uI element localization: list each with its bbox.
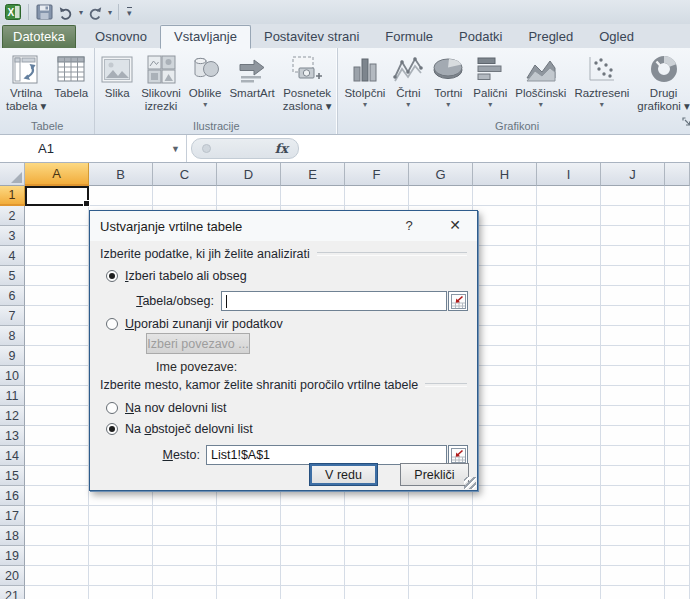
cell-C19[interactable] — [153, 546, 217, 566]
ribbon-button-slika[interactable]: Slika — [97, 49, 137, 100]
tab-datoteka[interactable]: Datoteka — [2, 25, 76, 48]
tab-postavitev-strani[interactable]: Postavitev strani — [251, 26, 372, 48]
cell-A19[interactable] — [25, 546, 89, 566]
cell-J5[interactable] — [601, 266, 665, 286]
cell-J18[interactable] — [601, 526, 665, 546]
cell-I8[interactable] — [537, 326, 601, 346]
cell-J11[interactable] — [601, 386, 665, 406]
cell-partial-12[interactable] — [665, 406, 690, 426]
cell-I17[interactable] — [537, 506, 601, 526]
cell-C20[interactable] — [153, 566, 217, 586]
cell-partial-8[interactable] — [665, 326, 690, 346]
cell-I16[interactable] — [537, 486, 601, 506]
radio-new-worksheet[interactable]: Na nov delovni list — [106, 401, 226, 415]
ribbon-button-drugi-grafikoni[interactable]: Drugigrafikoni ▾ — [633, 49, 690, 113]
row-header-14[interactable]: 14 — [0, 446, 25, 466]
row-header-9[interactable]: 9 — [0, 346, 25, 366]
save-icon[interactable] — [35, 2, 54, 22]
cell-F21[interactable] — [345, 586, 409, 599]
cell-D20[interactable] — [217, 566, 281, 586]
location-range-picker-button[interactable] — [448, 445, 468, 465]
radio-existing-worksheet[interactable]: Na obstoječ delovni list — [106, 422, 253, 436]
cell-F20[interactable] — [345, 566, 409, 586]
cell-J14[interactable] — [601, 446, 665, 466]
cell-J6[interactable] — [601, 286, 665, 306]
cell-J10[interactable] — [601, 366, 665, 386]
cell-E21[interactable] — [281, 586, 345, 599]
row-header-13[interactable]: 13 — [0, 426, 25, 446]
cell-H15[interactable] — [473, 466, 537, 486]
cell-D17[interactable] — [217, 506, 281, 526]
chevron-down-icon[interactable]: ▾ — [406, 100, 410, 109]
cell-H17[interactable] — [473, 506, 537, 526]
row-header-21[interactable]: 21 — [0, 586, 25, 599]
cell-I21[interactable] — [537, 586, 601, 599]
chevron-down-icon[interactable]: ▾ — [600, 100, 604, 109]
radio-external-source[interactable]: Uporabi zunanji vir podatkov — [106, 317, 283, 331]
insert-function-button[interactable]: fx — [191, 138, 299, 159]
cell-A10[interactable] — [25, 366, 89, 386]
select-all-corner[interactable] — [0, 163, 25, 186]
ribbon-button-črtni[interactable]: Črtni▾ — [389, 49, 427, 109]
cell-F18[interactable] — [345, 526, 409, 546]
cell-C21[interactable] — [153, 586, 217, 599]
fill-handle[interactable] — [83, 200, 90, 207]
column-header-B[interactable]: B — [89, 163, 153, 186]
cell-G20[interactable] — [409, 566, 473, 586]
ribbon-button-posnetek-zaslona[interactable]: Posnetekzaslona ▾ — [279, 49, 336, 113]
tab-ogled[interactable]: Ogled — [586, 26, 647, 48]
excel-logo-icon[interactable]: X — [4, 2, 22, 22]
cell-C1[interactable] — [153, 186, 217, 206]
cell-A15[interactable] — [25, 466, 89, 486]
chevron-down-icon[interactable]: ▾ — [446, 100, 450, 109]
ribbon-button-oblike[interactable]: Oblike▾ — [185, 49, 226, 109]
cell-H16[interactable] — [473, 486, 537, 506]
radio-button-icon[interactable] — [106, 423, 118, 435]
cell-partial-1[interactable] — [665, 186, 690, 206]
cell-H4[interactable] — [473, 246, 537, 266]
cell-partial-17[interactable] — [665, 506, 690, 526]
cell-A6[interactable] — [25, 286, 89, 306]
row-header-7[interactable]: 7 — [0, 306, 25, 326]
cell-H3[interactable] — [473, 226, 537, 246]
cell-H12[interactable] — [473, 406, 537, 426]
cell-G18[interactable] — [409, 526, 473, 546]
cell-partial-20[interactable] — [665, 566, 690, 586]
column-header-C[interactable]: C — [153, 163, 217, 186]
row-header-4[interactable]: 4 — [0, 246, 25, 266]
redo-icon[interactable] — [86, 2, 104, 22]
cell-I9[interactable] — [537, 346, 601, 366]
chevron-down-icon[interactable]: ▾ — [539, 100, 543, 109]
tab-osnovno[interactable]: Osnovno — [82, 26, 160, 48]
cell-I19[interactable] — [537, 546, 601, 566]
cell-I6[interactable] — [537, 286, 601, 306]
cell-partial-2[interactable] — [665, 206, 690, 226]
row-header-1[interactable]: 1 — [0, 186, 25, 206]
cell-J13[interactable] — [601, 426, 665, 446]
row-header-6[interactable]: 6 — [0, 286, 25, 306]
cell-partial-14[interactable] — [665, 446, 690, 466]
column-header-G[interactable]: G — [409, 163, 473, 186]
cell-G1[interactable] — [409, 186, 473, 206]
row-header-5[interactable]: 5 — [0, 266, 25, 286]
cell-H7[interactable] — [473, 306, 537, 326]
radio-button-icon[interactable] — [106, 402, 118, 414]
ribbon-button-ploščinski[interactable]: Ploščinski▾ — [511, 49, 570, 109]
cell-partial-16[interactable] — [665, 486, 690, 506]
row-header-19[interactable]: 19 — [0, 546, 25, 566]
cell-A3[interactable] — [25, 226, 89, 246]
cell-H1[interactable] — [473, 186, 537, 206]
column-header-J[interactable]: J — [601, 163, 665, 186]
cell-H11[interactable] — [473, 386, 537, 406]
cell-partial-5[interactable] — [665, 266, 690, 286]
cell-partial-3[interactable] — [665, 226, 690, 246]
cell-A20[interactable] — [25, 566, 89, 586]
tab-vstavljanje[interactable]: Vstavljanje — [160, 25, 251, 49]
ribbon-button-vrtilna-tabela[interactable]: Vrtilnatabela ▾ — [2, 49, 50, 113]
cell-I10[interactable] — [537, 366, 601, 386]
fx-icon[interactable]: fx — [275, 141, 288, 156]
active-cell-A1[interactable] — [25, 186, 89, 206]
cell-I3[interactable] — [537, 226, 601, 246]
dialog-resize-grip[interactable] — [464, 477, 476, 489]
tab-podatki[interactable]: Podatki — [446, 26, 515, 48]
